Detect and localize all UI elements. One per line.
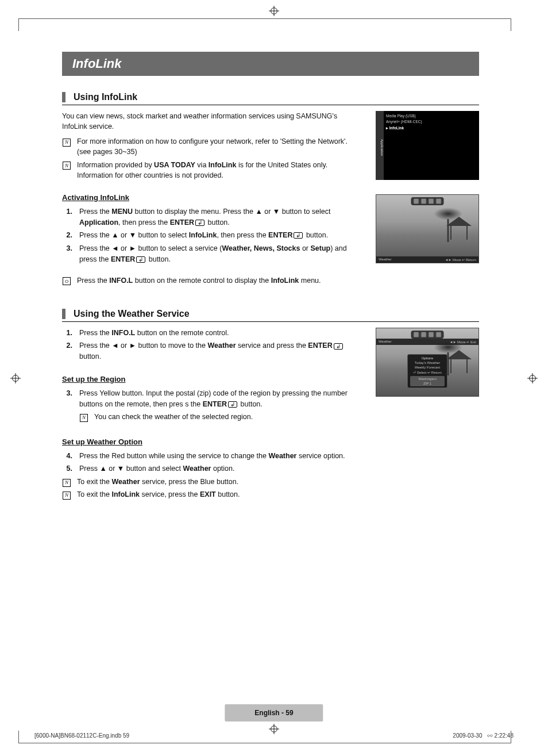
step-text: Press the Red button while using the ser…: [79, 451, 360, 462]
osd-options-popup: Options Today's Weather Weekly Forecast …: [407, 354, 447, 388]
registration-mark-icon: [269, 6, 279, 16]
osd-service-icons: [411, 331, 444, 339]
remote-tip-text: Press the INFO.L button on the remote co…: [77, 275, 321, 286]
osd-zip-box: Washington ZIP 1: [410, 376, 445, 386]
step-number: 5.: [62, 463, 72, 474]
heading-accent: [62, 92, 65, 102]
registration-mark-icon: [527, 373, 538, 383]
step-number: 2.: [62, 230, 72, 241]
section-heading-weather-service: Using the Weather Service: [62, 309, 479, 322]
osd-footer: Weather ◄► Move ↩ Return: [376, 256, 478, 263]
crop-mark: [18, 18, 511, 19]
activating-steps: 1. Press the MENU button to display the …: [62, 206, 360, 265]
step-number: 2.: [62, 340, 72, 362]
osd-sidebar-label: Application: [376, 111, 384, 180]
crop-mark: [18, 731, 19, 743]
step-row: 3. Press the ◄ or ► button to select a s…: [62, 243, 360, 265]
note-icon: N: [63, 162, 71, 170]
osd-menu-item: Media Play (USB): [386, 113, 477, 119]
enter-icon: [294, 232, 303, 239]
section-heading-using-infolink: Using InfoLink: [62, 92, 479, 105]
weather-steps: 1. Press the INFO.L button on the remote…: [62, 328, 360, 362]
remote-tip: O Press the INFO.L button on the remote …: [62, 275, 360, 286]
step-row: 1. Press the MENU button to display the …: [62, 206, 360, 228]
step-row: 2. Press the ▲ or ▼ button to select Inf…: [62, 230, 360, 241]
osd-screenshot-infolink-services: Weather ◄► Move ↩ Return: [376, 194, 479, 263]
note-text: You can check the weather of the selecte…: [94, 412, 253, 422]
heading-text: Using the Weather Service: [74, 309, 190, 319]
note-icon: N: [63, 492, 71, 500]
heading-accent: [62, 309, 65, 319]
note-text: Information provided by USA TODAY via In…: [77, 160, 360, 181]
step-number: 1.: [62, 206, 72, 228]
registration-mark-icon: [10, 373, 21, 383]
note-exit-infolink: N To exit the InfoLink service, press th…: [62, 489, 360, 500]
enter-icon: [334, 343, 343, 350]
enter-icon: [136, 256, 145, 263]
osd-options-item: Weekly Forecast: [410, 365, 445, 370]
note-usa-today: N Information provided by USA TODAY via …: [62, 160, 360, 181]
step-text: Press the ◄ or ► button to select a serv…: [79, 243, 360, 265]
osd-menu-item: Anynet+ (HDMI-CEC): [386, 119, 477, 125]
step-text: Press the INFO.L button on the remote co…: [79, 328, 360, 339]
note-exit-weather: N To exit the Weather service, press the…: [62, 477, 360, 487]
doc-footer-datetime: 2009-03-30 ￮￮ 2:22:48: [453, 732, 514, 739]
osd-footer: Weather ◄► Move ↵ Exit: [376, 339, 478, 345]
heading-text: Using InfoLink: [74, 92, 137, 102]
step-row: 5. Press ▲ or ▼ button and select Weathe…: [62, 463, 360, 474]
step-row: 3. Press Yellow button. Input the postal…: [62, 388, 360, 425]
subheading-region: Set up the Region: [62, 375, 360, 383]
osd-screenshot-application-menu: Application Media Play (USB) Anynet+ (HD…: [376, 111, 479, 180]
option-steps: 4. Press the Red button while using the …: [62, 451, 360, 475]
step-text: Press Yellow button. Input the postal (z…: [79, 388, 360, 425]
document-footer: [6000-NA]BN68-02112C-Eng.indb 59 2009-03…: [34, 732, 514, 739]
crop-mark: [511, 18, 511, 31]
osd-footer-right: ◄► Move ↩ Return: [445, 258, 476, 262]
subheading-activating: Activating InfoLink: [62, 193, 360, 202]
osd-options-item: Today's Weather: [410, 360, 445, 365]
osd-service-icons: [411, 197, 444, 205]
step-number: 1.: [62, 328, 72, 339]
beach-hut-icon: [446, 217, 472, 240]
enter-icon: [195, 220, 204, 226]
step-number: 3.: [62, 243, 72, 265]
chapter-title: InfoLink: [62, 52, 479, 76]
note-text: For more information on how to configure…: [77, 136, 360, 157]
step-text: Press ▲ or ▼ button and select Weather o…: [79, 463, 360, 474]
crop-mark: [18, 743, 511, 743]
note-text: To exit the Weather service, press the B…: [77, 477, 238, 487]
osd-options-hint: ⏎ Select ↩ Return: [410, 370, 445, 375]
note-icon: N: [63, 139, 71, 147]
osd-menu-item-selected: ▸ InfoLink: [386, 125, 477, 131]
step-text: Press the ◄ or ► button to move to the W…: [79, 340, 360, 362]
osd-menu-list: Media Play (USB) Anynet+ (HDMI-CEC) ▸ In…: [386, 113, 477, 131]
osd-footer-left: Weather: [379, 258, 392, 262]
doc-footer-filename: [6000-NA]BN68-02112C-Eng.indb 59: [34, 732, 129, 739]
remote-icon: O: [63, 277, 71, 285]
region-steps: 3. Press Yellow button. Input the postal…: [62, 388, 360, 425]
osd-options-header: Options: [410, 356, 445, 360]
osd-footer-left: Weather: [379, 340, 392, 344]
osd-footer-right: ◄► Move ↵ Exit: [449, 340, 476, 344]
step-text: Press the ▲ or ▼ button to select InfoLi…: [79, 230, 360, 241]
subheading-weather-option: Set up Weather Option: [62, 438, 360, 446]
step-row: 1. Press the INFO.L button on the remote…: [62, 328, 360, 339]
step-number: 3.: [62, 388, 72, 425]
step-row: 2. Press the ◄ or ► button to move to th…: [62, 340, 360, 362]
page-number-footer: English - 59: [225, 704, 323, 722]
note-icon: N: [80, 414, 88, 422]
note-icon: N: [63, 479, 71, 487]
step-number: 4.: [62, 451, 72, 462]
step-text: Press the MENU button to display the men…: [79, 206, 360, 228]
enter-icon: [228, 401, 237, 408]
osd-screenshot-weather-options: Weather ◄► Move ↵ Exit Options Today's W…: [376, 328, 479, 397]
intro-paragraph: You can view news, stock market and weat…: [62, 111, 360, 132]
beach-hut-icon: [446, 350, 472, 373]
crop-mark: [18, 18, 19, 31]
step-row: 4. Press the Red button while using the …: [62, 451, 360, 462]
note-text: To exit the InfoLink service, press the …: [77, 489, 240, 500]
note-network: N For more information on how to configu…: [62, 136, 360, 157]
